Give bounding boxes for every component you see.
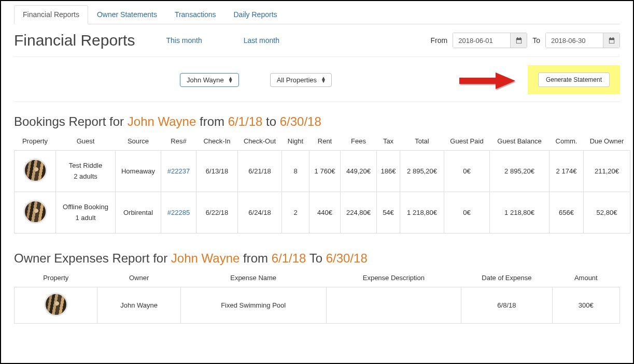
col-owner: Owner: [97, 271, 180, 287]
table-row: Offline Booking 1 adult Orbirental #2228…: [15, 192, 630, 234]
generate-statement-button[interactable]: Generate Statement: [538, 72, 610, 87]
col-expense-desc: Expense Description: [326, 271, 461, 287]
table-header-row: Property Owner Expense Name Expense Desc…: [15, 271, 620, 287]
col-source: Source: [116, 134, 161, 151]
col-guest-paid: Guest Paid: [444, 134, 490, 151]
col-total: Total: [400, 134, 444, 151]
expenses-heading: Owner Expenses Report for John Wayne fro…: [14, 251, 620, 266]
calendar-icon: [609, 37, 615, 43]
property-select[interactable]: All Properties: [270, 73, 332, 87]
source-cell: Homeaway: [116, 151, 161, 192]
col-property: Property: [15, 134, 56, 151]
guest-cell: Offline Booking 1 adult: [56, 192, 116, 234]
svg-marker-1: [496, 72, 515, 89]
date-range: From To: [431, 33, 620, 48]
tab-owner-statements[interactable]: Owner Statements: [88, 5, 166, 24]
owner-select[interactable]: John Wayne: [180, 73, 239, 87]
to-date-calendar-button[interactable]: [603, 33, 619, 48]
arrow-annotation: [459, 70, 516, 91]
property-select-value: All Properties: [277, 76, 317, 84]
col-tax: Tax: [377, 134, 400, 151]
source-cell: Orbirental: [116, 192, 161, 234]
col-night: Night: [282, 134, 309, 151]
to-date-input[interactable]: [546, 33, 603, 48]
guest-cell: Test Riddle 2 adults: [56, 151, 116, 192]
from-label: From: [431, 36, 448, 45]
col-expense-date: Date of Expense: [461, 271, 552, 287]
tab-bar: Financial Reports Owner Statements Trans…: [14, 5, 620, 24]
col-res: Res#: [161, 134, 196, 151]
col-checkin: Check-In: [196, 134, 238, 151]
col-comm: Comm.: [550, 134, 584, 151]
tab-financial-reports[interactable]: Financial Reports: [14, 5, 88, 24]
page-title: Financial Reports: [14, 32, 135, 49]
to-label: To: [532, 36, 540, 45]
from-date-input[interactable]: [453, 33, 510, 48]
from-date-calendar-button[interactable]: [510, 33, 527, 48]
col-amount: Amount: [552, 271, 619, 287]
filter-row: John Wayne All Properties: [14, 57, 620, 102]
col-property: Property: [15, 271, 97, 287]
col-checkout: Check-Out: [238, 134, 282, 151]
reservation-link[interactable]: #22237: [167, 167, 190, 175]
table-row: John Wayne Fixed Swimming Pool 6/8/18 30…: [15, 287, 620, 324]
tab-daily-reports[interactable]: Daily Reports: [225, 5, 286, 24]
reservation-link[interactable]: #22285: [167, 209, 190, 216]
col-guest: Guest: [56, 134, 116, 151]
generate-highlight: Generate Statement: [528, 65, 620, 94]
col-fees: Fees: [341, 134, 377, 151]
col-guest-balance: Guest Balance: [490, 134, 550, 151]
bookings-table: Property Guest Source Res# Check-In Chec…: [14, 134, 630, 234]
col-due-owner: Due Owner: [584, 134, 630, 151]
link-last-month[interactable]: Last month: [244, 36, 279, 45]
sort-icon: [321, 77, 326, 83]
link-this-month[interactable]: This month: [166, 36, 202, 45]
svg-rect-0: [459, 78, 496, 84]
header-row: Financial Reports This month Last month …: [14, 32, 620, 57]
calendar-icon: [516, 37, 522, 43]
property-avatar[interactable]: [23, 200, 47, 224]
tab-transactions[interactable]: Transactions: [166, 5, 225, 24]
col-expense-name: Expense Name: [180, 271, 326, 287]
property-avatar[interactable]: [44, 293, 68, 316]
bookings-heading: Bookings Report for John Wayne from 6/1/…: [14, 114, 620, 129]
owner-select-value: John Wayne: [187, 76, 224, 84]
sort-icon: [228, 77, 233, 83]
table-header-row: Property Guest Source Res# Check-In Chec…: [15, 134, 630, 151]
property-avatar[interactable]: [23, 158, 47, 182]
table-row: Test Riddle 2 adults Homeaway #22237 6/1…: [15, 151, 630, 192]
expenses-table: Property Owner Expense Name Expense Desc…: [14, 271, 620, 324]
col-rent: Rent: [309, 134, 341, 151]
